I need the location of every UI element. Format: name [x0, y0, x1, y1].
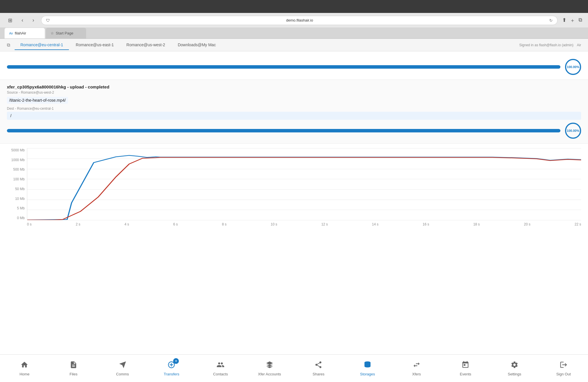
x-label-12: 12 s	[321, 222, 328, 226]
tab-romance-us-west[interactable]: Romance@us-west-2	[121, 40, 171, 50]
sidebar-toggle-button[interactable]: ⊞	[6, 16, 15, 25]
nav-item-events[interactable]: Events	[441, 355, 490, 382]
xfer-title: xfer_cp305pyx6a8000016hkg - upload - com…	[7, 84, 581, 89]
red-line	[27, 157, 581, 220]
browser-toolbar: ⊞ ‹ › 🛡 demo.filashair.io ↻ ⬆ ＋ ⧉	[0, 13, 588, 28]
tab-romance-us-east[interactable]: Romance@us-east-1	[70, 40, 120, 50]
transfers-label: Transfers	[164, 372, 179, 376]
events-icon	[461, 361, 469, 371]
shares-icon	[314, 361, 322, 371]
filter-icon[interactable]: ⧉	[7, 43, 10, 48]
url-bar[interactable]: 🛡 demo.filashair.io ↻	[41, 16, 558, 25]
progress-circle-previous: 100.00%	[565, 59, 581, 75]
x-label-16: 16 s	[423, 222, 429, 226]
settings-label: Settings	[508, 372, 521, 376]
progress-circle-main: 100.00%	[565, 123, 581, 139]
shares-svg	[314, 361, 322, 369]
files-svg	[69, 361, 78, 369]
browser-top-bar	[0, 0, 588, 13]
x-label-6: 6 s	[173, 222, 178, 226]
comms-svg	[119, 361, 127, 369]
chart-area	[27, 148, 581, 220]
y-label-5: 5 Mb	[17, 206, 25, 210]
home-icon	[20, 361, 28, 371]
transfers-badge: +	[173, 358, 179, 364]
nav-item-sign-out[interactable]: Sign Out	[539, 355, 588, 382]
contacts-label: Contacts	[213, 372, 228, 376]
tabs-icon[interactable]: ⧉	[579, 17, 582, 24]
x-label-8: 8 s	[222, 222, 227, 226]
x-label-14: 14 s	[372, 222, 379, 226]
events-svg	[461, 361, 469, 369]
share-icon[interactable]: ⬆	[562, 17, 566, 24]
nav-item-transfers[interactable]: + Transfers	[147, 355, 196, 382]
comms-icon	[119, 361, 127, 371]
tab-romance-eu[interactable]: Romance@eu-central-1	[15, 40, 69, 50]
tab-label: Start Page	[56, 31, 73, 35]
chart-wrapper: 5000 Mb 1000 Mb 500 Mb 100 Mb 50 Mb 10 M…	[7, 148, 581, 229]
tab-downloads-mac[interactable]: Downloads@My Mac	[172, 40, 221, 50]
progress-bar-main	[7, 129, 560, 132]
y-label-5000: 5000 Mb	[11, 148, 25, 152]
nav-item-home[interactable]: Home	[0, 355, 49, 382]
y-label-10: 10 Mb	[15, 197, 25, 201]
y-label-500: 500 Mb	[13, 167, 25, 171]
nav-item-storages[interactable]: Storages	[343, 355, 392, 382]
xfers-icon	[413, 361, 421, 371]
files-label: Files	[69, 372, 77, 376]
progress-row-previous: 100.00%	[7, 59, 581, 75]
blue-line	[27, 155, 581, 220]
content-area: 100.00% xfer_cp305pyx6a8000016hkg - uplo…	[0, 51, 588, 354]
nav-item-settings[interactable]: Settings	[490, 355, 539, 382]
y-label-50: 50 Mb	[15, 187, 25, 191]
nav-back-button[interactable]: ‹	[19, 16, 26, 24]
xfer-accounts-icon	[266, 361, 274, 371]
files-icon	[69, 361, 78, 371]
reload-icon: ↻	[549, 18, 553, 23]
chart-y-labels: 5000 Mb 1000 Mb 500 Mb 100 Mb 50 Mb 10 M…	[7, 148, 27, 220]
nav-item-shares[interactable]: Shares	[294, 355, 343, 382]
xfers-label: Xfers	[412, 372, 421, 376]
toolbar-icons: ⬆ ＋ ⧉	[562, 17, 582, 24]
nav-forward-button[interactable]: ›	[30, 16, 36, 24]
browser-tab-startpage[interactable]: ☆ Start Page	[46, 28, 86, 38]
url-text: demo.filashair.io	[52, 18, 547, 22]
sign-out-label: Sign Out	[556, 372, 571, 376]
nav-item-comms[interactable]: Comms	[98, 355, 147, 382]
browser-tabs: Air filahAir ☆ Start Page	[0, 28, 588, 39]
xfers-svg	[413, 361, 421, 369]
new-tab-icon[interactable]: ＋	[570, 17, 575, 24]
x-label-0: 0 s	[27, 222, 32, 226]
progress-bar-previous	[7, 65, 560, 69]
x-label-22: 22 s	[575, 222, 581, 226]
y-label-100: 100 Mb	[13, 177, 25, 181]
shield-icon: 🛡	[46, 18, 50, 23]
contacts-icon	[216, 361, 225, 371]
contacts-svg	[216, 361, 225, 369]
nav-item-xfers[interactable]: Xfers	[392, 355, 441, 382]
nav-item-xfer-accounts[interactable]: Xfer Accounts	[245, 355, 294, 382]
air-label: Air	[577, 43, 581, 47]
transfer-card-previous: 100.00%	[0, 51, 588, 80]
home-label: Home	[20, 372, 30, 376]
nav-item-files[interactable]: Files	[49, 355, 98, 382]
comms-label: Comms	[116, 372, 129, 376]
nav-item-contacts[interactable]: Contacts	[196, 355, 245, 382]
x-label-20: 20 s	[524, 222, 531, 226]
xfer-dest-path: /	[7, 112, 581, 120]
sign-out-svg	[560, 361, 568, 369]
app-nav: ⧉ Romance@eu-central-1 Romance@us-east-1…	[0, 39, 588, 51]
x-label-18: 18 s	[473, 222, 480, 226]
tab-star-icon: ☆	[51, 31, 54, 35]
tab-favicon: Air	[9, 32, 13, 35]
y-label-0: 0 Mb	[17, 216, 25, 220]
storages-svg	[363, 361, 372, 369]
progress-row-main: 100.00%	[7, 123, 581, 139]
signed-in-label: Signed in as flash@flash.io (admin)	[519, 43, 573, 47]
events-label: Events	[460, 372, 471, 376]
transfer-card-main: xfer_cp305pyx6a8000016hkg - upload - com…	[0, 80, 588, 144]
x-label-4: 4 s	[125, 222, 129, 226]
storages-icon	[363, 361, 372, 371]
browser-tab-filashair[interactable]: Air filahAir	[5, 28, 45, 38]
xfer-source-label: Source - Romance@us-west-2	[7, 90, 581, 94]
